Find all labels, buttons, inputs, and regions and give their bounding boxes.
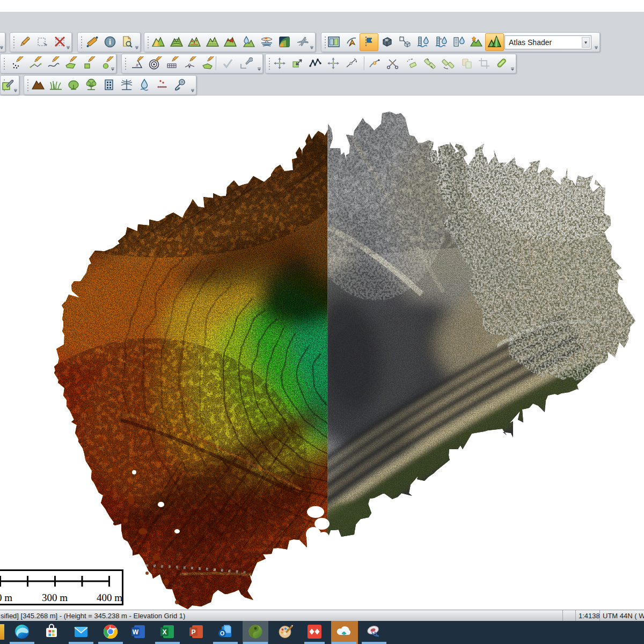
svg-text:300 m: 300 m: [42, 592, 68, 603]
svg-text:200 m: 200 m: [0, 592, 12, 603]
svg-text:P: P: [191, 628, 195, 636]
svg-text:W: W: [133, 628, 139, 636]
svg-text:O: O: [220, 630, 224, 636]
svg-text:400 m: 400 m: [97, 592, 122, 603]
svg-text:3D: 3D: [385, 39, 389, 42]
svg-text:i: i: [109, 38, 111, 46]
svg-text:X°: X°: [135, 63, 140, 67]
svg-text:X: X: [162, 628, 166, 636]
